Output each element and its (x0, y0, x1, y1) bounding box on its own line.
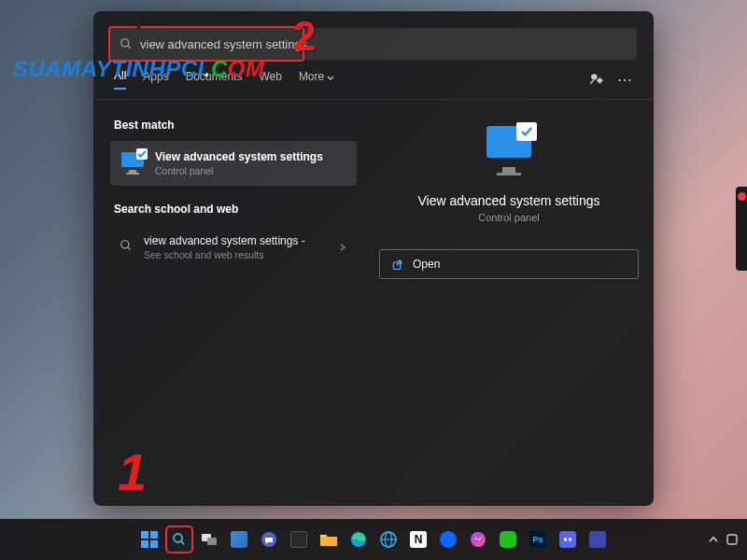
discord-sidebar-edge (736, 187, 747, 271)
svg-rect-12 (320, 537, 337, 546)
taskbar-app-line[interactable] (496, 527, 520, 552)
svg-point-4 (121, 241, 129, 248)
search-input[interactable] (140, 37, 627, 51)
best-match-title: View advanced system settings (155, 150, 323, 163)
svg-rect-10 (207, 538, 217, 545)
widgets-icon (231, 531, 247, 548)
tray-icon[interactable] (726, 534, 738, 545)
taskbar-app-generic[interactable] (585, 527, 610, 552)
taskbar-center: N Ps (137, 527, 610, 552)
chevron-down-icon (326, 73, 335, 82)
taskbar-app-discord[interactable] (556, 527, 580, 552)
taskbar-app-zalo[interactable] (436, 527, 460, 552)
taskbar-app-browser[interactable] (376, 527, 401, 552)
line-icon (500, 531, 516, 548)
svg-point-20 (569, 538, 571, 541)
zalo-icon (440, 531, 457, 548)
svg-point-2 (592, 75, 597, 79)
preview-subtitle: Control panel (478, 212, 539, 223)
open-button-label: Open (413, 258, 440, 271)
svg-rect-18 (559, 531, 576, 548)
taskbar-system-tray[interactable] (708, 534, 738, 545)
search-icon (120, 239, 133, 256)
svg-point-3 (598, 78, 601, 82)
globe-icon (380, 531, 397, 548)
best-match-subtitle: Control panel (155, 165, 323, 176)
taskbar-app-photoshop[interactable]: Ps (526, 527, 550, 552)
open-external-icon (391, 259, 403, 271)
messenger-icon (470, 531, 486, 548)
tab-more[interactable]: More (299, 70, 335, 89)
result-preview-pane: View advanced system settings Control pa… (364, 100, 654, 506)
svg-point-19 (564, 538, 567, 541)
folder-icon (319, 531, 338, 548)
taskbar-app-edge[interactable] (346, 527, 371, 552)
preview-title: View advanced system settings (417, 193, 599, 208)
start-button[interactable] (137, 527, 162, 552)
system-settings-icon-large (483, 126, 535, 178)
svg-point-0 (121, 39, 129, 47)
web-result-title: view advanced system settings - (144, 234, 305, 247)
account-icon[interactable] (589, 72, 604, 87)
system-settings-icon (120, 150, 146, 176)
edge-icon (350, 531, 367, 548)
taskbar-search-button[interactable] (167, 527, 191, 552)
svg-rect-21 (727, 535, 737, 544)
web-section-header: Search school and web (114, 203, 357, 216)
taskbar-app-chat[interactable] (257, 527, 281, 552)
widgets-button[interactable] (227, 527, 251, 552)
photoshop-icon: Ps (529, 531, 546, 548)
task-view-icon (201, 531, 218, 548)
more-options-button[interactable]: ⋯ (617, 71, 633, 89)
chevron-up-icon[interactable] (708, 534, 719, 545)
best-match-header: Best match (114, 119, 357, 132)
discord-icon (559, 531, 576, 548)
app-icon (589, 531, 606, 548)
chevron-right-icon (338, 243, 347, 252)
taskbar-app-terminal[interactable] (287, 527, 311, 552)
web-result-subtitle: See school and web results (144, 249, 305, 260)
annotation-number-1: 1 (118, 441, 147, 502)
chat-icon (261, 531, 277, 548)
annotation-box-1 (165, 525, 193, 553)
web-search-result[interactable]: view advanced system settings - See scho… (110, 225, 357, 270)
taskbar[interactable]: N Ps (0, 519, 747, 560)
open-button[interactable]: Open (379, 249, 639, 279)
taskbar-app-messenger[interactable] (466, 527, 490, 552)
best-match-result[interactable]: View advanced system settings Control pa… (110, 141, 357, 186)
svg-line-1 (128, 46, 131, 49)
notion-icon: N (410, 531, 427, 548)
terminal-icon (290, 531, 307, 548)
windows-search-flyout: All Apps Documents Web More ⋯ Best match… (93, 11, 654, 506)
taskbar-app-notion[interactable]: N (406, 527, 430, 552)
taskbar-app-explorer[interactable] (317, 527, 341, 552)
annotation-number-2: 2 (293, 13, 316, 60)
svg-line-5 (128, 247, 131, 250)
search-icon (120, 37, 133, 50)
watermark-text: SUAMAYTINHPCI.COM (13, 56, 264, 82)
task-view-button[interactable] (197, 527, 221, 552)
pci-logo-overlay: ppcici (135, 2, 191, 35)
